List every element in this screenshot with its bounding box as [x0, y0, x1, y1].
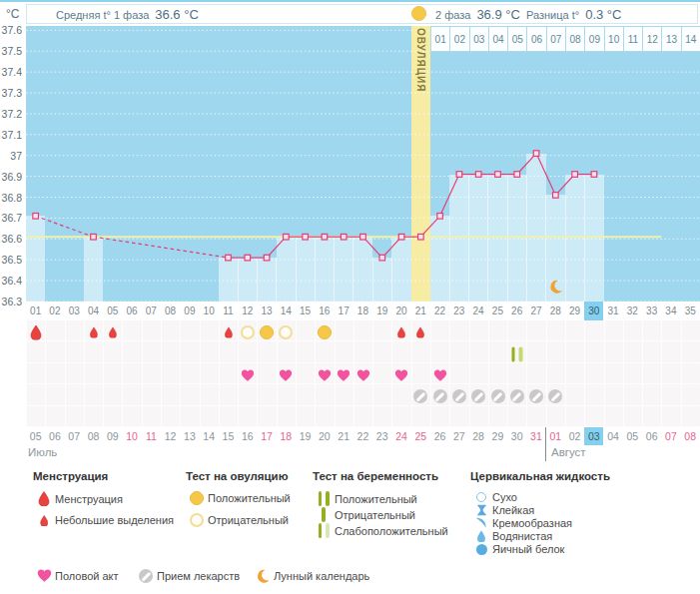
- calendar-date-04[interactable]: 04: [603, 427, 622, 445]
- cycle-day-28[interactable]: 28: [546, 301, 565, 320]
- medication-icon-day-25[interactable]: [491, 389, 505, 403]
- cycle-day-11[interactable]: 11: [219, 301, 238, 320]
- cycle-day-22[interactable]: 22: [430, 301, 449, 320]
- intercourse-icon-day-12[interactable]: [241, 369, 254, 381]
- menstruation-icon-day-20[interactable]: [397, 327, 406, 338]
- cycle-day-21[interactable]: 21: [411, 301, 430, 320]
- temp-marker-day-25[interactable]: [495, 172, 501, 178]
- calendar-date-30[interactable]: 30: [507, 427, 526, 445]
- cycle-day-33[interactable]: 33: [642, 301, 661, 320]
- calendar-date-03[interactable]: 03: [584, 427, 603, 445]
- cycle-day-19[interactable]: 19: [372, 301, 391, 320]
- temp-marker-day-11[interactable]: [226, 255, 232, 261]
- cycle-day-09[interactable]: 09: [180, 301, 199, 320]
- calendar-date-08[interactable]: 08: [681, 427, 700, 445]
- menstruation-icon-day-11[interactable]: [224, 327, 233, 338]
- cycle-day-27[interactable]: 27: [526, 301, 545, 320]
- calendar-date-19[interactable]: 19: [296, 427, 315, 445]
- medication-icon-day-21[interactable]: [413, 389, 427, 403]
- temp-marker-day-16[interactable]: [322, 234, 328, 240]
- calendar-date-28[interactable]: 28: [468, 427, 487, 445]
- intercourse-icon-day-16[interactable]: [318, 369, 331, 381]
- cycle-day-34[interactable]: 34: [661, 301, 680, 320]
- temp-marker-day-18[interactable]: [360, 234, 366, 240]
- cycle-day-01[interactable]: 01: [26, 301, 45, 320]
- temp-marker-day-1[interactable]: [33, 214, 39, 220]
- cycle-day-31[interactable]: 31: [603, 301, 622, 320]
- cycle-day-14[interactable]: 14: [277, 301, 296, 320]
- temp-marker-day-13[interactable]: [264, 255, 270, 261]
- cycle-day-35[interactable]: 35: [681, 301, 700, 320]
- cycle-day-30[interactable]: 30: [584, 301, 603, 320]
- temp-marker-day-22[interactable]: [437, 214, 443, 220]
- cycle-day-32[interactable]: 32: [623, 301, 642, 320]
- calendar-date-07[interactable]: 07: [661, 427, 680, 445]
- calendar-date-10[interactable]: 10: [122, 427, 141, 445]
- intercourse-icon-day-14[interactable]: [280, 369, 293, 381]
- medication-icon-day-26[interactable]: [510, 389, 524, 403]
- cycle-day-06[interactable]: 06: [122, 301, 141, 320]
- temp-marker-day-29[interactable]: [572, 172, 578, 178]
- calendar-date-25[interactable]: 25: [411, 427, 430, 445]
- calendar-date-11[interactable]: 11: [142, 427, 161, 445]
- cycle-day-13[interactable]: 13: [257, 301, 276, 320]
- ovulation-test-positive-icon-day-13[interactable]: [260, 325, 274, 339]
- cycle-day-16[interactable]: 16: [315, 301, 334, 320]
- calendar-date-02[interactable]: 02: [565, 427, 584, 445]
- cycle-day-17[interactable]: 17: [335, 301, 353, 320]
- pregnancy-test-weak_positive-icon-day-26[interactable]: [511, 347, 522, 362]
- menstruation-icon-day-21[interactable]: [416, 327, 425, 338]
- calendar-date-05[interactable]: 05: [623, 427, 642, 445]
- temp-marker-day-28[interactable]: [553, 193, 559, 199]
- temp-marker-day-17[interactable]: [341, 234, 347, 240]
- temp-marker-day-21[interactable]: [418, 234, 424, 240]
- calendar-date-21[interactable]: 21: [335, 427, 353, 445]
- calendar-date-14[interactable]: 14: [200, 427, 219, 445]
- medication-icon-day-27[interactable]: [529, 389, 543, 403]
- bbt-chart[interactable]: [26, 26, 700, 301]
- cycle-day-05[interactable]: 05: [103, 301, 122, 320]
- cycle-day-26[interactable]: 26: [507, 301, 526, 320]
- calendar-date-06[interactable]: 06: [642, 427, 661, 445]
- ovulation-day-dot-icon[interactable]: [411, 6, 426, 21]
- calendar-date-09[interactable]: 09: [103, 427, 122, 445]
- cycle-day-12[interactable]: 12: [238, 301, 257, 320]
- ovulation-test-negative-icon-day-12[interactable]: [241, 325, 255, 339]
- calendar-date-16[interactable]: 16: [238, 427, 257, 445]
- cycle-day-18[interactable]: 18: [353, 301, 372, 320]
- calendar-date-23[interactable]: 23: [372, 427, 391, 445]
- calendar-date-29[interactable]: 29: [488, 427, 507, 445]
- calendar-date-08[interactable]: 08: [84, 427, 103, 445]
- calendar-date-27[interactable]: 27: [449, 427, 468, 445]
- cycle-day-20[interactable]: 20: [391, 301, 410, 320]
- cycle-day-23[interactable]: 23: [449, 301, 468, 320]
- intercourse-icon-day-18[interactable]: [356, 369, 369, 381]
- temp-marker-day-12[interactable]: [245, 255, 251, 261]
- temp-marker-day-26[interactable]: [514, 172, 520, 178]
- cycle-day-04[interactable]: 04: [84, 301, 103, 320]
- calendar-date-13[interactable]: 13: [180, 427, 199, 445]
- temp-marker-day-14[interactable]: [284, 234, 290, 240]
- ovulation-test-negative-icon-day-14[interactable]: [279, 325, 293, 339]
- calendar-date-26[interactable]: 26: [430, 427, 449, 445]
- calendar-date-01[interactable]: 01: [546, 427, 565, 445]
- temp-marker-day-15[interactable]: [303, 234, 309, 240]
- calendar-date-12[interactable]: 12: [161, 427, 180, 445]
- medication-icon-day-28[interactable]: [548, 389, 562, 403]
- calendar-date-20[interactable]: 20: [315, 427, 334, 445]
- cycle-day-25[interactable]: 25: [488, 301, 507, 320]
- temp-marker-day-27[interactable]: [533, 151, 539, 157]
- calendar-date-05[interactable]: 05: [26, 427, 45, 445]
- menstruation-icon-day-5[interactable]: [109, 327, 118, 338]
- intercourse-icon-day-20[interactable]: [395, 369, 408, 381]
- temp-marker-day-24[interactable]: [475, 172, 481, 178]
- intercourse-icon-day-17[interactable]: [338, 369, 350, 381]
- cycle-day-02[interactable]: 02: [45, 301, 64, 320]
- cycle-day-10[interactable]: 10: [200, 301, 219, 320]
- calendar-date-15[interactable]: 15: [219, 427, 238, 445]
- calendar-date-06[interactable]: 06: [45, 427, 64, 445]
- temp-marker-day-19[interactable]: [379, 255, 385, 261]
- ovulation-test-positive-icon-day-16[interactable]: [318, 325, 332, 339]
- temp-marker-day-4[interactable]: [91, 234, 97, 240]
- calendar-date-24[interactable]: 24: [391, 427, 410, 445]
